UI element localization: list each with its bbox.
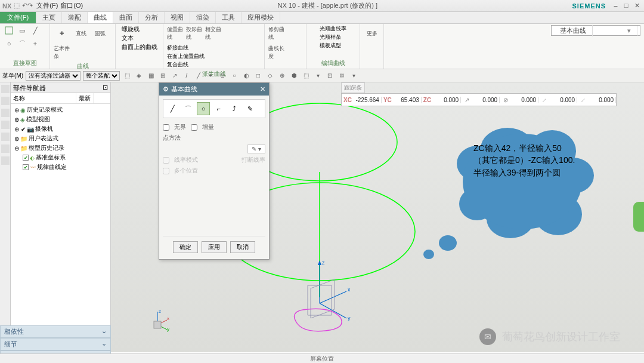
ribbon-tab-render[interactable]: 渲染: [190, 12, 216, 23]
nav-pin-icon[interactable]: ⊡: [103, 84, 108, 91]
minimize-button[interactable]: ‒: [611, 2, 620, 10]
tb-icon-19[interactable]: ⚙: [337, 71, 346, 81]
shape-trim[interactable]: ⤴: [228, 102, 241, 115]
cmd-template[interactable]: 模板成型: [320, 42, 341, 50]
cmd-intersect-curve[interactable]: 相交曲线: [205, 25, 222, 42]
tb-icon-10[interactable]: ○: [230, 71, 239, 81]
command-search-input[interactable]: 基本曲线▾: [551, 25, 640, 36]
cmd-composite[interactable]: 复合曲线: [167, 61, 205, 69]
tb-icon-15[interactable]: ⬢: [289, 71, 299, 81]
menu-file[interactable]: 文件(F): [36, 1, 58, 10]
ribbon-tab-curve[interactable]: 曲线: [88, 12, 113, 23]
cmd-offset-curve[interactable]: 偏置曲线: [167, 25, 184, 42]
dialog-gear-icon[interactable]: ⚙: [163, 85, 169, 93]
sketch-arc-icon[interactable]: ⌒: [17, 38, 27, 49]
cmd-length[interactable]: 曲线长度: [268, 44, 285, 61]
ribbon-tab-file[interactable]: 文件(F): [0, 12, 36, 23]
ribbon-tab-tools[interactable]: 工具: [216, 12, 242, 23]
leftbar-hist-icon[interactable]: [1, 133, 10, 141]
coord-v6[interactable]: 0.000: [549, 97, 575, 103]
qat-redo-icon[interactable]: ↷: [27, 2, 33, 10]
view-triad[interactable]: z y x: [145, 308, 169, 332]
cmd-smooth-spline[interactable]: 光顺样条: [320, 33, 341, 41]
leftbar-asm-icon[interactable]: [1, 97, 10, 105]
nav-col-latest[interactable]: 最新: [76, 93, 94, 103]
tb-icon-2[interactable]: ◈: [134, 71, 144, 81]
tree-csys[interactable]: ✔⬖ 基准坐标系: [12, 153, 109, 162]
tree-model-history[interactable]: ⊖ 📁 模型历史记录: [12, 143, 109, 153]
ribbon-tab-assembly[interactable]: 装配: [62, 12, 88, 23]
panel-dependency[interactable]: 相依性⌄: [0, 325, 111, 338]
shape-fillet[interactable]: ⌐: [212, 102, 225, 115]
tree-history-mode[interactable]: ⊕ ◉ 历史记录模式: [12, 105, 109, 115]
dialog-ok-button[interactable]: 确定: [173, 241, 198, 253]
graphics-viewport[interactable]: ⚙基本曲线 ✕ ╱ ⌒ ○ ⌐ ⤴ ✎ 无界 增量 点方法: [111, 82, 644, 352]
chk-increment[interactable]: [191, 124, 197, 131]
chk-unbounded[interactable]: [163, 124, 169, 131]
coord-v5[interactable]: 0.000: [510, 97, 536, 103]
tb-icon-16[interactable]: ⬚: [301, 71, 311, 81]
shape-circle[interactable]: ○: [197, 102, 210, 115]
cmd-line[interactable]: 直线: [73, 25, 89, 42]
tb-icon-13[interactable]: ◇: [265, 71, 275, 81]
tb-icon-12[interactable]: □: [253, 71, 263, 81]
menu-window[interactable]: 窗口(O): [60, 1, 83, 10]
tb-icon-8[interactable]: +: [206, 71, 215, 81]
leftbar-nav-icon[interactable]: [1, 85, 10, 93]
ribbon-tab-analysis[interactable]: 分析: [139, 12, 165, 23]
tb-icon-14[interactable]: ⊕: [277, 71, 287, 81]
sketch-circle-icon[interactable]: ○: [4, 38, 14, 49]
tb-icon-4[interactable]: ⊞: [158, 71, 168, 81]
tree-law-curve[interactable]: ✔〰 规律曲线定: [12, 162, 109, 172]
cmd-curve-on-surf[interactable]: 曲面上的曲线: [122, 43, 157, 51]
panel-detail[interactable]: 细节⌄: [0, 338, 111, 350]
cmd-helix[interactable]: 螺旋线: [122, 25, 140, 33]
ribbon-tab-view[interactable]: 视图: [165, 12, 190, 23]
qat-save-icon[interactable]: ⬚: [14, 2, 20, 10]
leftbar-ie-icon[interactable]: [1, 156, 10, 165]
tb-icon-18[interactable]: ⊡: [325, 71, 335, 81]
ribbon-tab-home[interactable]: 主页: [36, 12, 62, 23]
filter-select-2[interactable]: 整个装配: [83, 71, 120, 81]
tree-user-expr[interactable]: ⊕ 📁 用户表达式: [12, 134, 109, 143]
dialog-close-icon[interactable]: ✕: [260, 85, 265, 93]
cmd-point[interactable]: ✚: [54, 25, 70, 42]
cmd-project-curve[interactable]: 投影曲线: [186, 25, 203, 42]
dialog-apply-button[interactable]: 应用: [202, 241, 227, 253]
tb-icon-20[interactable]: ▾: [349, 71, 358, 81]
cmd-bridge[interactable]: 桥接曲线: [167, 44, 205, 52]
shape-line[interactable]: ╱: [166, 102, 179, 115]
tb-icon-6[interactable]: /: [182, 71, 191, 81]
coord-yc[interactable]: 65.403: [393, 97, 419, 103]
filter-select-1[interactable]: 没有选择过滤器: [26, 71, 80, 81]
tb-icon-17[interactable]: ▾: [313, 71, 323, 81]
right-edge-handle[interactable]: [633, 202, 644, 232]
tb-icon-11[interactable]: ◐: [242, 71, 251, 81]
tree-camera[interactable]: ⊕ ✔ 📷 摄像机: [12, 124, 109, 134]
shape-edit[interactable]: ✎: [243, 102, 256, 115]
dialog-cancel-button[interactable]: 取消: [230, 241, 255, 253]
tree-model-view[interactable]: ⊕ ◈ 模型视图: [12, 115, 109, 124]
sketch-line-icon[interactable]: [4, 25, 14, 36]
leftbar-con-icon[interactable]: [1, 109, 10, 117]
leftbar-role-icon[interactable]: [1, 144, 10, 153]
sketch-slash-icon[interactable]: ╱: [30, 25, 41, 36]
tb-icon-9[interactable]: ⊙: [218, 71, 227, 81]
close-button[interactable]: ✕: [632, 2, 642, 10]
ribbon-tab-surface[interactable]: 曲面: [113, 12, 139, 23]
leftbar-reuse-icon[interactable]: [1, 121, 10, 129]
cmd-trim[interactable]: 修剪曲线: [268, 25, 285, 42]
tb-icon-1[interactable]: ⬚: [122, 71, 132, 81]
cmd-offset-face[interactable]: 在面上偏置曲线: [167, 53, 205, 60]
coord-xc[interactable]: -225.664: [353, 97, 379, 103]
coord-v7[interactable]: 0.000: [587, 97, 614, 103]
cmd-more[interactable]: 更多: [364, 25, 380, 42]
tb-icon-7[interactable]: ╱: [194, 71, 203, 81]
shape-arc[interactable]: ⌒: [181, 102, 194, 115]
cmd-text[interactable]: 文本: [122, 34, 134, 42]
qat-undo-icon[interactable]: ↶: [22, 2, 27, 10]
point-method-dropdown[interactable]: ✎ ▾: [247, 144, 265, 153]
maximize-button[interactable]: □: [621, 2, 631, 10]
tb-icon-5[interactable]: ↗: [170, 71, 179, 81]
cmd-smooth-rate[interactable]: 光顺曲线率: [320, 25, 346, 33]
